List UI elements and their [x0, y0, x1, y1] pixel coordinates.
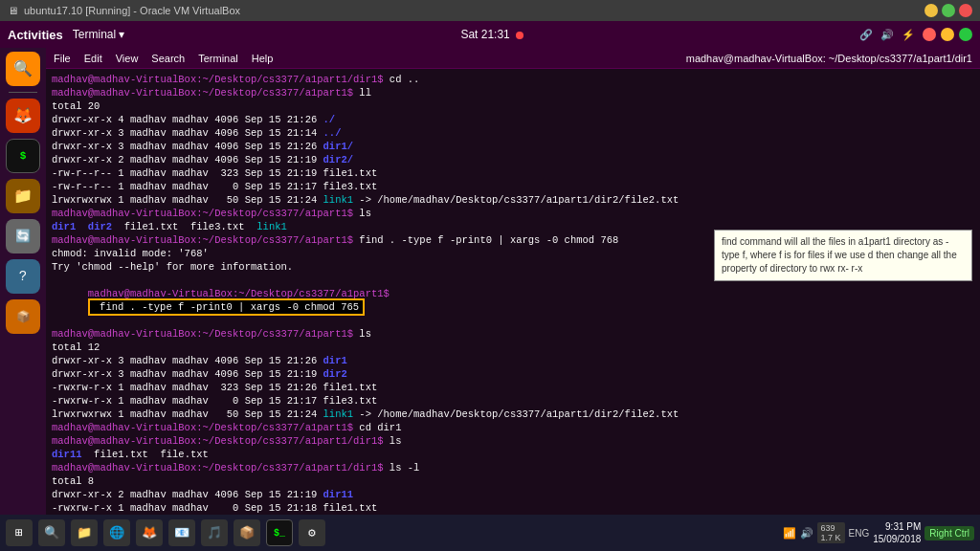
terminal-line: lrwxrwxrwx 1 madhav madhav 50 Sep 15 21:… [52, 408, 974, 421]
bb-battery-text2: 1.7 K [821, 533, 841, 542]
terminal-line: drwxr-xr-x 3 madhav madhav 4096 Sep 15 2… [52, 126, 974, 140]
bb-search-icon[interactable]: 🔍 [38, 519, 65, 546]
bb-settings-icon[interactable]: ⚙ [299, 519, 325, 546]
bb-date: 15/09/2018 [873, 533, 921, 545]
sidebar-update-icon[interactable]: 🔄 [6, 219, 40, 253]
titlebar: 🖥 ubuntu17.10 [Running] - Oracle VM Virt… [0, 0, 980, 21]
terminal-line: drwxr-xr-x 3 madhav madhav 4096 Sep 15 2… [52, 354, 974, 367]
notification-dot [516, 32, 523, 39]
topbar-center: Sat 21:31 [460, 28, 523, 41]
bb-sound-icon: 🔊 [800, 527, 813, 540]
menu-file[interactable]: File [54, 53, 71, 64]
bottombar-right: 📶 🔊 639 1.7 K ENG 9:31 PM 15/09/2018 Rig… [783, 520, 974, 545]
topbar-right: 🔗 🔊 ⚡ [859, 28, 972, 41]
power-icon: ⚡ [902, 29, 915, 41]
menu-edit[interactable]: Edit [84, 53, 102, 64]
terminal-line-highlight: madhav@madhav-VirtualBox:~/Desktop/cs337… [52, 274, 974, 327]
terminal-line: drwxr-xr-x 3 madhav madhav 4096 Sep 15 2… [52, 140, 974, 153]
maximize-button[interactable] [942, 4, 955, 17]
terminal-line: drwxr-xr-x 2 madhav madhav 4096 Sep 15 2… [52, 153, 974, 166]
terminal-line: madhav@madhav-VirtualBox:~/Desktop/cs337… [52, 73, 974, 86]
menu-terminal[interactable]: Terminal [198, 53, 238, 64]
vm-icon: 🖥 [8, 5, 18, 16]
sidebar-files-icon[interactable]: 📁 [6, 179, 40, 213]
highlighted-command: find . -type f -print0 | xargs -0 chmod … [88, 298, 365, 316]
bb-network-icon: 📶 [783, 527, 796, 540]
terminal-line: total 12 [52, 341, 974, 354]
bb-browser-icon[interactable]: 🌐 [103, 519, 130, 546]
activities-button[interactable]: Activities [8, 28, 63, 42]
bb-battery-text: 639 [821, 523, 841, 533]
menu-search[interactable]: Search [151, 53, 185, 64]
titlebar-title: ubuntu17.10 [Running] - Oracle VM Virtua… [24, 5, 240, 16]
bb-files-icon[interactable]: 📁 [71, 519, 98, 546]
terminal-line: total 8 [52, 474, 974, 488]
wc-max[interactable] [959, 28, 972, 41]
window-title-bar: madhav@madhav-VirtualBox: ~/Desktop/cs33… [686, 53, 972, 64]
bb-package-icon[interactable]: 📦 [234, 519, 260, 546]
bb-terminal-bb-icon[interactable]: $_ [266, 519, 293, 546]
terminal-line: madhav@madhav-VirtualBox:~/Desktop/cs337… [52, 327, 974, 341]
datetime-display: Sat 21:31 [460, 28, 509, 41]
window-title-text: madhav@madhav-VirtualBox: ~/Desktop/cs33… [686, 53, 972, 64]
bb-firefox-icon[interactable]: 🦊 [136, 519, 163, 546]
terminal-line: -rwxrw-r-x 1 madhav madhav 0 Sep 15 21:1… [52, 501, 974, 515]
titlebar-controls[interactable] [924, 4, 972, 17]
terminal-line: madhav@madhav-VirtualBox:~/Desktop/cs337… [52, 461, 974, 474]
terminal-line: madhav@madhav-VirtualBox:~/Desktop/cs337… [52, 421, 974, 434]
menu-help[interactable]: Help [252, 53, 274, 64]
sidebar-terminal-icon[interactable]: $ [6, 139, 40, 173]
sidebar-divider [9, 92, 37, 93]
window-controls[interactable] [923, 28, 972, 41]
topbar-left: Activities Terminal ▾ [8, 28, 125, 42]
terminal-line: drwxr-xr-x 2 madhav madhav 4096 Sep 15 2… [52, 488, 974, 501]
wc-close[interactable] [923, 28, 936, 41]
annotation-text: find command will all the files in a1par… [722, 236, 957, 274]
terminal-line: madhav@madhav-VirtualBox:~/Desktop/cs337… [52, 86, 974, 99]
annotation-bubble: find command will all the files in a1par… [714, 230, 972, 281]
terminal-line: drwxr-xr-x 3 madhav madhav 4096 Sep 15 2… [52, 367, 974, 381]
titlebar-left: 🖥 ubuntu17.10 [Running] - Oracle VM Virt… [8, 5, 240, 16]
terminal-line: total 20 [52, 99, 974, 113]
terminal-line: -rw-r--r-- 1 madhav madhav 323 Sep 15 21… [52, 166, 974, 180]
topbar: Activities Terminal ▾ Sat 21:31 🔗 🔊 ⚡ [0, 21, 980, 48]
terminal-line: dir11 file1.txt file.txt [52, 448, 974, 461]
bb-lang-icon: ENG [849, 528, 870, 539]
minimize-button[interactable] [924, 4, 938, 17]
sidebar-amazon-icon[interactable]: 📦 [6, 299, 40, 334]
terminal-output[interactable]: madhav@madhav-VirtualBox:~/Desktop/cs337… [46, 69, 980, 515]
terminal-line: -rwxrw-r-x 1 madhav madhav 323 Sep 15 21… [52, 381, 974, 394]
wc-min[interactable] [941, 28, 954, 41]
bb-mail-icon[interactable]: 📧 [168, 519, 195, 546]
terminal-line: drwxr-xr-x 4 madhav madhav 4096 Sep 15 2… [52, 113, 974, 126]
main-content: File Edit View Search Terminal Help madh… [46, 48, 980, 515]
bb-right-ctrl-label: Right Ctrl [924, 526, 974, 540]
terminal-line: -rw-r--r-- 1 madhav madhav 0 Sep 15 21:1… [52, 180, 974, 193]
bottombar: ⊞ 🔍 📁 🌐 🦊 📧 🎵 📦 $_ ⚙ 📶 🔊 639 1.7 K ENG 9… [0, 515, 980, 551]
bb-time: 9:31 PM [873, 520, 921, 533]
volume-icon: 🔊 [880, 29, 894, 41]
menu-view[interactable]: View [116, 53, 139, 64]
bb-start-icon[interactable]: ⊞ [6, 519, 33, 546]
sidebar-firefox-icon[interactable]: 🦊 [6, 99, 40, 133]
terminal-line: madhav@madhav-VirtualBox:~/Desktop/cs337… [52, 207, 974, 220]
sidebar-help-icon[interactable]: ? [6, 259, 40, 294]
terminal-line: lrwxrwxrwx 1 madhav madhav 50 Sep 15 21:… [52, 193, 974, 207]
network-icon: 🔗 [859, 29, 873, 41]
bb-music-icon[interactable]: 🎵 [201, 519, 228, 546]
terminal-menu-button[interactable]: Terminal ▾ [73, 28, 125, 41]
terminal-line: madhav@madhav-VirtualBox:~/Desktop/cs337… [52, 434, 974, 448]
bb-clock: 9:31 PM 15/09/2018 [873, 520, 921, 545]
bb-battery-info: 639 1.7 K [817, 522, 845, 543]
close-button[interactable] [959, 4, 972, 17]
menubar: File Edit View Search Terminal Help madh… [46, 48, 980, 69]
sidebar-search-icon[interactable]: 🔍 [6, 52, 40, 86]
terminal-line: -rwxrw-r-x 1 madhav madhav 0 Sep 15 21:1… [52, 394, 974, 408]
sidebar: 🔍 🦊 $ 📁 🔄 ? 📦 [0, 48, 46, 517]
